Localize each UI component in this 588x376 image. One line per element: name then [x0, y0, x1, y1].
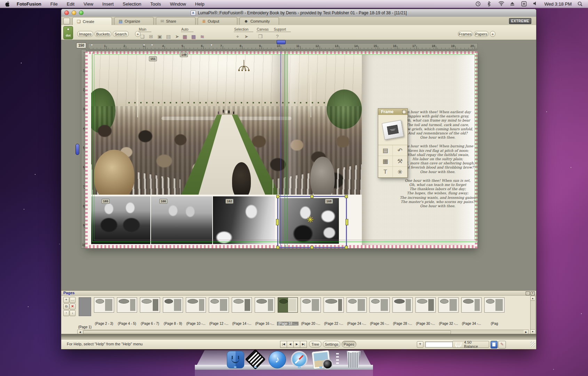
resize-handle-bottom-left[interactable] [276, 246, 279, 249]
resize-handle-top-right[interactable] [345, 195, 348, 198]
ruler-guide-marker[interactable]: ▼ [151, 44, 153, 47]
search-button[interactable]: Search [113, 31, 129, 37]
menu-item[interactable]: Help [195, 1, 205, 7]
status-add-button[interactable]: + [417, 341, 423, 348]
input-menu-icon[interactable] [521, 1, 527, 7]
save-icon[interactable]: ▤ [165, 33, 172, 40]
page-label[interactable]: (Page 26 -... [370, 322, 389, 326]
palette-close-icon[interactable] [402, 110, 406, 114]
wrench-icon[interactable]: ⚒ [393, 156, 407, 167]
page-thumbnail[interactable] [484, 297, 504, 313]
pointer-icon[interactable]: ➤ [173, 33, 181, 40]
page-thumbnail[interactable] [461, 297, 482, 313]
autoshuffle-icon[interactable]: ▩ [190, 33, 197, 40]
page-cell[interactable]: (Page 30 -... [414, 296, 437, 329]
page-label[interactable]: (Page 24 -... [347, 322, 366, 326]
add-panel-button[interactable]: + [490, 31, 495, 37]
page-thumbnail[interactable] [324, 297, 344, 313]
eject-icon[interactable] [510, 1, 516, 7]
page-label[interactable]: (Page 30 -... [416, 322, 435, 326]
frames-button[interactable]: Frames [458, 31, 472, 37]
ruler-guide-marker[interactable]: ▼ [143, 44, 145, 47]
page-cell[interactable]: (Pag [483, 296, 506, 329]
menu-item[interactable]: File [50, 1, 58, 7]
page-thumbnail[interactable] [209, 297, 229, 313]
scroll-right-icon[interactable]: ▶ [524, 330, 529, 334]
text-tool-icon[interactable]: T [378, 167, 393, 178]
delete-page-button[interactable]: ✕ [70, 304, 76, 310]
canvas-frame-icon[interactable]: ❒ [256, 33, 264, 40]
page-nav-button[interactable]: ▶| [300, 341, 307, 348]
selection-box[interactable]: ✳ [278, 196, 347, 248]
resize-handle-bottom-right[interactable] [345, 246, 348, 249]
page-thumbnail[interactable] [232, 297, 252, 313]
resize-handle-mid-right[interactable] [345, 219, 348, 225]
frame-preview[interactable] [378, 115, 407, 145]
resize-grip[interactable] [530, 342, 535, 347]
buckets-button[interactable]: Buckets [95, 31, 111, 37]
page-thumbnail[interactable] [79, 297, 91, 316]
menu-item[interactable]: Selection [123, 1, 141, 7]
menu-item[interactable]: FotoFusion [17, 1, 41, 7]
page-cell[interactable]: (Page 6 - 7) [138, 296, 161, 329]
autoflow-icon[interactable]: ≋ [198, 33, 206, 40]
marquee-select-icon[interactable]: ⌖ [234, 33, 241, 40]
menu-item[interactable]: Insert [102, 1, 114, 7]
page-cell[interactable]: (Page 18 -... [276, 296, 299, 329]
duplicate-page-button[interactable]: ⧉ [63, 304, 69, 310]
fotofusion-dock-icon[interactable] [247, 351, 264, 368]
finder-dock-icon[interactable] [227, 351, 244, 368]
add-page-button[interactable]: + [63, 297, 69, 303]
images-button[interactable]: Images [77, 31, 93, 37]
safari-dock-icon[interactable] [291, 351, 308, 368]
color-wheel-icon[interactable]: ✳ [393, 167, 407, 178]
scroll-up-icon[interactable]: ▲ [531, 296, 535, 301]
rotate-handle-flower[interactable]: ✳ [307, 215, 313, 225]
ruler-guide-marker[interactable]: ▼ [90, 44, 93, 47]
papers-button[interactable]: Papers [474, 31, 488, 37]
page-nav-button[interactable]: ▶ [293, 341, 300, 348]
page-thumbnail[interactable] [278, 297, 298, 313]
tab[interactable]: ≣ Output [198, 17, 237, 25]
page-cell[interactable]: (Page 1) [77, 296, 93, 329]
photo-frame-groomsmen[interactable] [91, 196, 150, 244]
page-label[interactable]: (Page 28 -... [393, 322, 412, 326]
activity-button[interactable]: ✎ [498, 341, 506, 348]
photo-frame-bride[interactable] [213, 196, 275, 244]
page-cell[interactable]: (Page 24 -... [345, 296, 368, 329]
title-bar[interactable]: X LumaPix®::FotoFusion® - Embroidery Boo… [61, 9, 536, 17]
resize-handle-top-left[interactable] [276, 195, 279, 198]
page-label[interactable]: (Page 18 -... [277, 322, 298, 326]
page-label[interactable]: (Page 14 -... [232, 322, 251, 326]
menu-item[interactable]: Edit [67, 1, 74, 7]
panel-collapse-icon[interactable]: ▫ [526, 291, 530, 295]
undo-icon[interactable]: ↶ [393, 145, 407, 156]
frame-palette-title[interactable]: Frame [378, 109, 407, 115]
page-label[interactable]: (Page 16 -... [255, 322, 274, 326]
move-page-up-button[interactable]: ↑ [63, 310, 69, 316]
autocollage-icon[interactable]: ▦ [181, 33, 189, 40]
page-thumbnail[interactable] [392, 297, 413, 313]
page-thumbnail[interactable] [415, 297, 436, 313]
text-frame-poem[interactable]: An hour with thee! When earliest dayDapp… [398, 110, 477, 213]
panel-close-icon[interactable]: ✕ [531, 291, 535, 295]
bluetooth-icon[interactable] [487, 1, 493, 7]
pages-vertical-scrollbar[interactable]: ▲ ▼ [530, 296, 536, 334]
dot-tag-icon[interactable]: dot [63, 26, 73, 39]
page-options-button[interactable]: … [70, 297, 76, 303]
menu-clock[interactable]: Wed 3:18 PM [544, 1, 572, 7]
tab[interactable]: ✉ Share [156, 17, 196, 25]
photo-frame-ceremony[interactable] [91, 54, 362, 195]
add-page-icon[interactable]: ⊞ [147, 33, 155, 40]
tab[interactable]: ❏ Create [72, 17, 112, 25]
apple-icon[interactable] [5, 1, 10, 7]
layout-grid-icon[interactable]: ▦ [378, 156, 393, 167]
page-cell[interactable]: (Page 32 -... [437, 296, 460, 329]
page-cell[interactable]: (Page 20 -... [299, 296, 322, 329]
page-label[interactable]: (Page 12 -... [209, 322, 228, 326]
tab[interactable]: ☻ Community [239, 17, 279, 25]
pages-panel-header[interactable]: Pages ▫ ✕ [61, 291, 536, 296]
page-label[interactable]: (Page 22 -... [324, 322, 343, 326]
page-cell[interactable]: (Page 22 -... [322, 296, 345, 329]
page-label[interactable]: (Page 20 -... [301, 322, 320, 326]
